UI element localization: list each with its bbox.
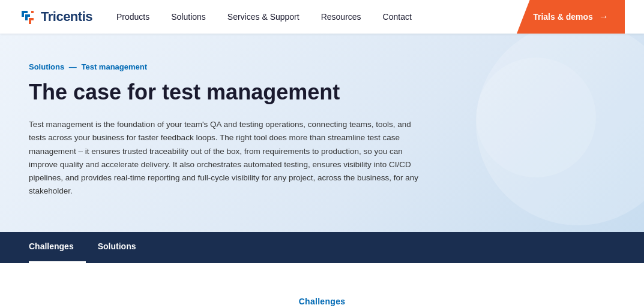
logo-text: Tricentis — [41, 9, 92, 25]
breadcrumb: Solutions — Test management — [29, 62, 615, 71]
nav-contact[interactable]: Contact — [383, 12, 412, 22]
nav-solutions[interactable]: Solutions — [171, 12, 206, 22]
hero-title: The case for test management — [29, 80, 413, 105]
nav-resources[interactable]: Resources — [321, 12, 361, 22]
hero-section: Solutions — Test management The case for… — [0, 34, 644, 232]
breadcrumb-current: Test management — [81, 62, 147, 71]
tabs-bar: Challenges Solutions — [0, 232, 644, 263]
challenges-label: Challenges — [29, 297, 615, 306]
trials-demos-button[interactable]: Trials & demos → — [517, 0, 625, 34]
cta-arrow-icon: → — [599, 11, 609, 22]
hero-description: Test management is the foundation of you… — [29, 118, 425, 198]
navbar: Tricentis Products Solutions Services & … — [0, 0, 644, 34]
breadcrumb-separator: — — [69, 62, 77, 71]
logo[interactable]: Tricentis — [19, 8, 92, 25]
nav-services-support[interactable]: Services & Support — [227, 12, 299, 22]
nav-products[interactable]: Products — [116, 12, 149, 22]
tricentis-logo-icon — [19, 8, 36, 25]
main-nav: Products Solutions Services & Support Re… — [116, 12, 517, 22]
tab-solutions[interactable]: Solutions — [98, 232, 148, 263]
tab-challenges[interactable]: Challenges — [29, 232, 86, 263]
challenges-section: Challenges Challenges with test manageme… — [0, 263, 644, 308]
challenges-content: Challenges Challenges with test manageme… — [0, 263, 644, 308]
cta-label: Trials & demos — [533, 12, 593, 22]
breadcrumb-section: Solutions — [29, 62, 64, 71]
svg-rect-0 — [31, 11, 34, 13]
